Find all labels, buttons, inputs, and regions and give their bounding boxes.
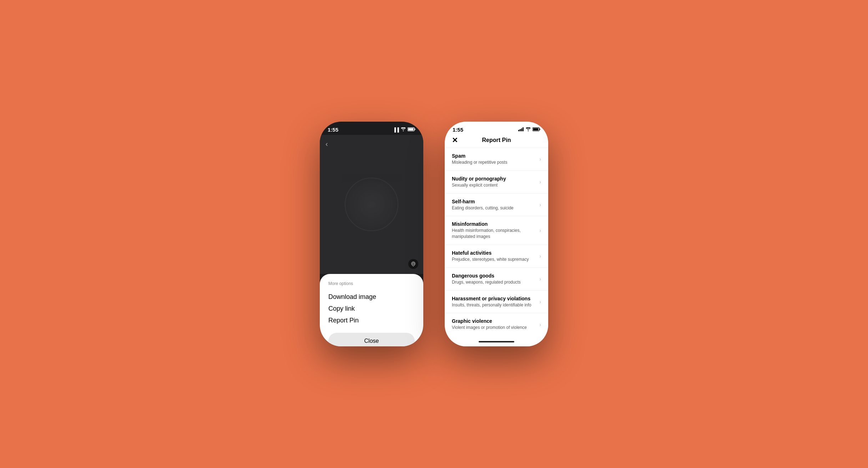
signal-icon: ▐▐ <box>393 127 399 132</box>
report-item-subtitle-7: Violent images or promotion of violence <box>452 325 536 331</box>
report-list-item[interactable]: Spam Misleading or repetitive posts › <box>445 148 548 171</box>
chevron-icon-5: › <box>539 276 541 282</box>
report-list-item[interactable]: Dangerous goods Drugs, weapons, regulate… <box>445 268 548 291</box>
content-image <box>341 174 402 235</box>
left-status-bar: 1:55 ▐▐ <box>320 122 423 135</box>
report-item-title-6: Harassment or privacy violations <box>452 296 536 301</box>
chevron-icon-7: › <box>539 322 541 327</box>
chevron-icon-0: › <box>539 156 541 162</box>
report-item-text-6: Harassment or privacy violations Insults… <box>452 296 536 308</box>
report-item-title-7: Graphic violence <box>452 318 536 324</box>
chevron-icon-6: › <box>539 299 541 305</box>
chevron-icon-3: › <box>539 228 541 233</box>
report-item-subtitle-5: Drugs, weapons, regulated products <box>452 279 536 285</box>
svg-rect-1 <box>415 128 415 130</box>
report-list-item[interactable]: Hateful activities Prejudice, stereotype… <box>445 245 548 268</box>
report-item-text-1: Nudity or pornography Sexually explicit … <box>452 176 536 188</box>
report-list-item[interactable]: Self-harm Eating disorders, cutting, sui… <box>445 194 548 217</box>
report-item-text-5: Dangerous goods Drugs, weapons, regulate… <box>452 273 536 285</box>
signal-icon-right <box>518 127 524 132</box>
report-item-subtitle-3: Health misinformation, conspiracies, man… <box>452 228 536 240</box>
report-item-subtitle-4: Prejudice, stereotypes, white supremacy <box>452 256 536 263</box>
left-time: 1:55 <box>328 127 338 133</box>
report-list-item[interactable]: Nudity or pornography Sexually explicit … <box>445 171 548 194</box>
wifi-icon-right <box>526 127 531 132</box>
battery-icon-right <box>533 127 540 132</box>
close-x-icon[interactable]: ✕ <box>452 136 458 144</box>
home-indicator-right <box>445 337 548 346</box>
report-item-text-7: Graphic violence Violent images or promo… <box>452 318 536 331</box>
report-item-subtitle-2: Eating disorders, cutting, suicide <box>452 205 536 211</box>
report-item-text-4: Hateful activities Prejudice, stereotype… <box>452 250 536 263</box>
left-phone: 1:55 ▐▐ ‹ <box>320 122 423 346</box>
download-image-item[interactable]: Download image <box>328 291 415 303</box>
svg-rect-4 <box>518 130 519 131</box>
chevron-icon-4: › <box>539 253 541 259</box>
report-item-title-0: Spam <box>452 153 536 159</box>
report-header: ✕ Report Pin <box>445 136 548 148</box>
svg-rect-7 <box>523 127 524 131</box>
chevron-icon-2: › <box>539 202 541 208</box>
svg-rect-2 <box>408 128 414 130</box>
report-item-text-3: Misinformation Health misinformation, co… <box>452 221 536 240</box>
report-item-title-5: Dangerous goods <box>452 273 536 279</box>
report-item-text-0: Spam Misleading or repetitive posts <box>452 153 536 166</box>
chevron-icon-1: › <box>539 179 541 185</box>
location-icon <box>408 259 418 269</box>
bottom-sheet: More options Download image Copy link Re… <box>320 274 423 346</box>
svg-point-3 <box>413 263 414 265</box>
report-title: Report Pin <box>482 137 511 143</box>
report-item-title-3: Misinformation <box>452 221 536 227</box>
left-status-icons: ▐▐ <box>393 127 415 132</box>
svg-rect-9 <box>540 128 540 130</box>
battery-icon <box>408 127 415 132</box>
copy-link-item[interactable]: Copy link <box>328 303 415 315</box>
report-item-subtitle-1: Sexually explicit content <box>452 182 536 188</box>
report-item-text-2: Self-harm Eating disorders, cutting, sui… <box>452 199 536 211</box>
right-status-bar: 1:55 <box>445 122 548 136</box>
report-list-item[interactable]: Graphic violence Violent images or promo… <box>445 313 548 334</box>
svg-rect-6 <box>521 128 522 131</box>
report-list: Spam Misleading or repetitive posts › Nu… <box>445 148 548 334</box>
report-item-title-1: Nudity or pornography <box>452 176 536 182</box>
right-status-icons <box>518 127 540 132</box>
report-item-title-2: Self-harm <box>452 199 536 204</box>
right-phone: 1:55 <box>445 122 548 346</box>
svg-rect-10 <box>533 128 539 130</box>
svg-rect-5 <box>520 129 521 131</box>
image-area: ‹ <box>320 135 423 274</box>
wifi-icon <box>401 127 406 132</box>
report-item-subtitle-0: Misleading or repetitive posts <box>452 159 536 166</box>
right-time: 1:55 <box>453 127 463 133</box>
close-button[interactable]: Close <box>328 333 415 346</box>
home-bar-right <box>479 341 514 342</box>
report-pin-item[interactable]: Report Pin <box>328 315 415 326</box>
report-item-title-4: Hateful activities <box>452 250 536 256</box>
report-list-item[interactable]: Harassment or privacy violations Insults… <box>445 291 548 314</box>
report-list-item[interactable]: Misinformation Health misinformation, co… <box>445 216 548 245</box>
back-arrow-icon[interactable]: ‹ <box>326 140 328 148</box>
report-item-subtitle-6: Insults, threats, personally identifiabl… <box>452 302 536 308</box>
sheet-header-label: More options <box>328 281 415 286</box>
